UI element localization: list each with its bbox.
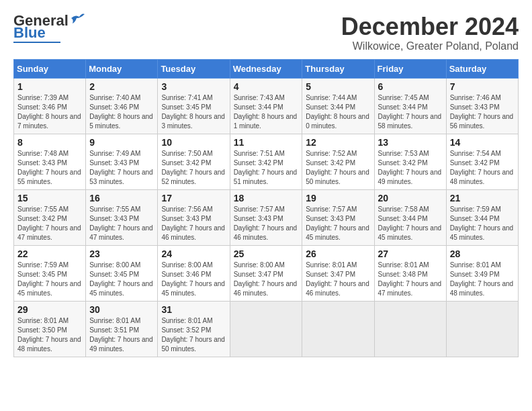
day-number: 4	[234, 81, 299, 92]
day-number: 14	[450, 137, 515, 148]
logo: General Blue	[13, 13, 85, 43]
day-detail: Sunrise: 7:59 AMSunset: 3:45 PMDaylight:…	[17, 261, 82, 298]
calendar-cell: 11Sunrise: 7:51 AMSunset: 3:42 PMDayligh…	[230, 134, 302, 189]
day-number: 5	[306, 81, 370, 92]
day-detail: Sunrise: 7:59 AMSunset: 3:44 PMDaylight:…	[450, 205, 515, 242]
weekday-header-thursday: Thursday	[302, 59, 374, 78]
day-detail: Sunrise: 7:57 AMSunset: 3:43 PMDaylight:…	[234, 205, 299, 242]
day-number: 8	[17, 137, 82, 148]
day-detail: Sunrise: 8:01 AMSunset: 3:51 PMDaylight:…	[89, 316, 154, 354]
day-number: 23	[89, 248, 154, 259]
calendar-cell: 12Sunrise: 7:52 AMSunset: 3:42 PMDayligh…	[302, 134, 374, 189]
day-detail: Sunrise: 7:46 AMSunset: 3:43 PMDaylight:…	[450, 93, 515, 131]
calendar-cell	[446, 301, 518, 357]
day-detail: Sunrise: 7:41 AMSunset: 3:45 PMDaylight:…	[161, 93, 226, 131]
day-detail: Sunrise: 7:44 AMSunset: 3:44 PMDaylight:…	[306, 93, 370, 131]
day-detail: Sunrise: 7:58 AMSunset: 3:44 PMDaylight:…	[378, 205, 443, 242]
day-detail: Sunrise: 8:01 AMSunset: 3:52 PMDaylight:…	[161, 316, 226, 354]
calendar-cell: 10Sunrise: 7:50 AMSunset: 3:42 PMDayligh…	[158, 134, 230, 189]
logo-underline	[13, 42, 60, 43]
day-detail: Sunrise: 8:01 AMSunset: 3:48 PMDaylight:…	[378, 261, 443, 298]
calendar-cell: 24Sunrise: 8:00 AMSunset: 3:46 PMDayligh…	[158, 245, 230, 301]
day-number: 26	[306, 248, 370, 259]
calendar-cell: 4Sunrise: 7:43 AMSunset: 3:44 PMDaylight…	[230, 78, 302, 134]
day-number: 12	[306, 137, 370, 148]
day-detail: Sunrise: 7:50 AMSunset: 3:42 PMDaylight:…	[161, 149, 226, 187]
day-number: 27	[378, 248, 443, 259]
calendar-cell	[374, 301, 446, 357]
calendar-cell	[302, 301, 374, 357]
calendar-table: SundayMondayTuesdayWednesdayThursdayFrid…	[13, 59, 519, 357]
weekday-header-sunday: Sunday	[14, 59, 86, 78]
day-detail: Sunrise: 7:54 AMSunset: 3:42 PMDaylight:…	[450, 149, 515, 187]
day-detail: Sunrise: 7:55 AMSunset: 3:43 PMDaylight:…	[89, 205, 154, 242]
day-detail: Sunrise: 7:39 AMSunset: 3:46 PMDaylight:…	[17, 93, 82, 131]
calendar-cell: 13Sunrise: 7:53 AMSunset: 3:42 PMDayligh…	[374, 134, 446, 189]
calendar-cell: 2Sunrise: 7:40 AMSunset: 3:46 PMDaylight…	[86, 78, 158, 134]
day-number: 16	[89, 193, 154, 203]
day-number: 6	[378, 81, 443, 92]
day-number: 18	[234, 193, 299, 203]
calendar-cell: 14Sunrise: 7:54 AMSunset: 3:42 PMDayligh…	[446, 134, 518, 189]
day-detail: Sunrise: 7:48 AMSunset: 3:43 PMDaylight:…	[17, 149, 82, 187]
day-number: 9	[89, 137, 154, 148]
day-number: 22	[17, 248, 82, 259]
day-detail: Sunrise: 7:51 AMSunset: 3:42 PMDaylight:…	[234, 149, 299, 187]
day-number: 19	[306, 193, 370, 203]
day-number: 25	[234, 248, 299, 259]
calendar-cell	[230, 301, 302, 357]
calendar-cell: 7Sunrise: 7:46 AMSunset: 3:43 PMDaylight…	[446, 78, 518, 134]
day-detail: Sunrise: 8:00 AMSunset: 3:46 PMDaylight:…	[161, 261, 226, 298]
calendar-cell: 6Sunrise: 7:45 AMSunset: 3:44 PMDaylight…	[374, 78, 446, 134]
logo-bird-icon	[70, 13, 85, 25]
day-detail: Sunrise: 7:43 AMSunset: 3:44 PMDaylight:…	[234, 93, 299, 131]
calendar-cell: 28Sunrise: 8:01 AMSunset: 3:49 PMDayligh…	[446, 245, 518, 301]
calendar-cell: 3Sunrise: 7:41 AMSunset: 3:45 PMDaylight…	[158, 78, 230, 134]
day-number: 30	[89, 304, 154, 315]
day-detail: Sunrise: 8:01 AMSunset: 3:47 PMDaylight:…	[306, 261, 370, 298]
weekday-header-friday: Friday	[374, 59, 446, 78]
calendar-cell: 16Sunrise: 7:55 AMSunset: 3:43 PMDayligh…	[86, 189, 158, 245]
logo-blue-text: Blue	[13, 26, 46, 40]
day-number: 28	[450, 248, 515, 259]
calendar-cell: 18Sunrise: 7:57 AMSunset: 3:43 PMDayligh…	[230, 189, 302, 245]
day-number: 10	[161, 137, 226, 148]
calendar-cell: 31Sunrise: 8:01 AMSunset: 3:52 PMDayligh…	[158, 301, 230, 357]
calendar-cell: 5Sunrise: 7:44 AMSunset: 3:44 PMDaylight…	[302, 78, 374, 134]
weekday-header-wednesday: Wednesday	[230, 59, 302, 78]
calendar-cell: 30Sunrise: 8:01 AMSunset: 3:51 PMDayligh…	[86, 301, 158, 357]
title-section: December 2024 Wilkowice, Greater Poland,…	[341, 13, 519, 52]
calendar-cell: 26Sunrise: 8:01 AMSunset: 3:47 PMDayligh…	[302, 245, 374, 301]
weekday-header-monday: Monday	[86, 59, 158, 78]
calendar-cell: 8Sunrise: 7:48 AMSunset: 3:43 PMDaylight…	[14, 134, 86, 189]
day-number: 20	[378, 193, 443, 203]
calendar-cell: 25Sunrise: 8:00 AMSunset: 3:47 PMDayligh…	[230, 245, 302, 301]
day-detail: Sunrise: 7:45 AMSunset: 3:44 PMDaylight:…	[378, 93, 443, 131]
day-number: 29	[17, 304, 82, 315]
day-detail: Sunrise: 7:52 AMSunset: 3:42 PMDaylight:…	[306, 149, 370, 187]
day-number: 7	[450, 81, 515, 92]
weekday-header-tuesday: Tuesday	[158, 59, 230, 78]
day-number: 24	[161, 248, 226, 259]
day-detail: Sunrise: 8:00 AMSunset: 3:45 PMDaylight:…	[89, 261, 154, 298]
day-detail: Sunrise: 7:40 AMSunset: 3:46 PMDaylight:…	[89, 93, 154, 131]
page-header: General Blue December 2024 Wilkowice, Gr…	[13, 13, 519, 52]
calendar-cell: 22Sunrise: 7:59 AMSunset: 3:45 PMDayligh…	[14, 245, 86, 301]
calendar-cell: 27Sunrise: 8:01 AMSunset: 3:48 PMDayligh…	[374, 245, 446, 301]
weekday-header-saturday: Saturday	[446, 59, 518, 78]
day-detail: Sunrise: 8:01 AMSunset: 3:50 PMDaylight:…	[17, 316, 82, 354]
day-detail: Sunrise: 7:53 AMSunset: 3:42 PMDaylight:…	[378, 149, 443, 187]
day-number: 17	[161, 193, 226, 203]
calendar-cell: 20Sunrise: 7:58 AMSunset: 3:44 PMDayligh…	[374, 189, 446, 245]
day-detail: Sunrise: 7:57 AMSunset: 3:43 PMDaylight:…	[306, 205, 370, 242]
calendar-cell: 1Sunrise: 7:39 AMSunset: 3:46 PMDaylight…	[14, 78, 86, 134]
day-number: 13	[378, 137, 443, 148]
day-number: 3	[161, 81, 226, 92]
day-detail: Sunrise: 7:49 AMSunset: 3:43 PMDaylight:…	[89, 149, 154, 187]
day-number: 31	[161, 304, 226, 315]
calendar-cell: 21Sunrise: 7:59 AMSunset: 3:44 PMDayligh…	[446, 189, 518, 245]
day-detail: Sunrise: 7:56 AMSunset: 3:43 PMDaylight:…	[161, 205, 226, 242]
day-number: 15	[17, 193, 82, 203]
location-title: Wilkowice, Greater Poland, Poland	[341, 40, 519, 52]
calendar-cell: 19Sunrise: 7:57 AMSunset: 3:43 PMDayligh…	[302, 189, 374, 245]
